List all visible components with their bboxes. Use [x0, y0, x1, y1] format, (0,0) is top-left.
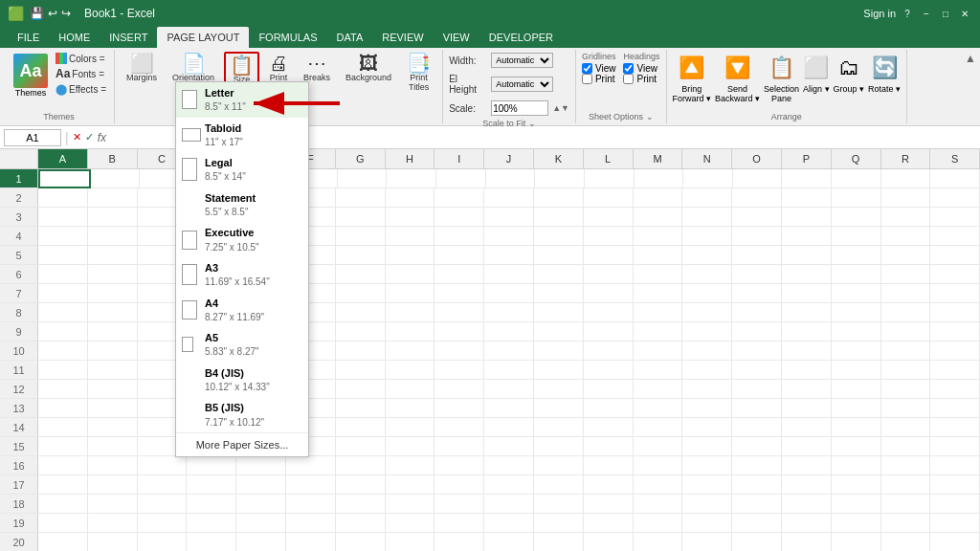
- cell-O10[interactable]: [732, 342, 782, 361]
- cell-D19[interactable]: [187, 514, 236, 533]
- cell-K17[interactable]: [534, 475, 584, 495]
- cell-A2[interactable]: [38, 188, 88, 208]
- cell-J6[interactable]: [484, 265, 534, 284]
- cell-M14[interactable]: [634, 418, 683, 437]
- col-header-G[interactable]: G: [336, 149, 386, 168]
- size-item-a3[interactable]: A3 11.69" x 16.54": [176, 257, 308, 293]
- cell-J9[interactable]: [484, 322, 534, 342]
- cell-O11[interactable]: [732, 361, 782, 380]
- cell-P18[interactable]: [782, 495, 832, 514]
- cell-P9[interactable]: [782, 322, 832, 342]
- cell-C16[interactable]: [138, 456, 188, 475]
- save-icon[interactable]: 💾: [30, 7, 44, 20]
- cell-A6[interactable]: [38, 265, 88, 284]
- cell-R20[interactable]: [881, 533, 931, 551]
- cell-R5[interactable]: [881, 246, 931, 265]
- cell-C17[interactable]: [138, 475, 188, 495]
- cell-L12[interactable]: [584, 380, 634, 399]
- cell-I16[interactable]: [434, 456, 484, 475]
- cell-H1[interactable]: [387, 169, 436, 188]
- undo-icon[interactable]: ↩: [48, 7, 57, 20]
- col-header-R[interactable]: R: [881, 149, 931, 168]
- row-number-7[interactable]: 7: [0, 284, 38, 303]
- cell-H9[interactable]: [386, 322, 435, 342]
- cell-B17[interactable]: [88, 475, 138, 495]
- cell-M7[interactable]: [634, 284, 683, 303]
- row-number-17[interactable]: 17: [0, 475, 38, 495]
- cell-O6[interactable]: [732, 265, 782, 284]
- cell-K8[interactable]: [534, 303, 584, 322]
- cell-L7[interactable]: [584, 284, 634, 303]
- cell-J13[interactable]: [484, 399, 534, 418]
- cell-B14[interactable]: [88, 418, 138, 437]
- cell-N12[interactable]: [682, 380, 732, 399]
- row-number-12[interactable]: 12: [0, 380, 38, 399]
- cell-O7[interactable]: [732, 284, 782, 303]
- cell-L18[interactable]: [584, 495, 634, 514]
- col-header-M[interactable]: M: [634, 149, 683, 168]
- cell-A13[interactable]: [38, 399, 88, 418]
- col-header-A[interactable]: A: [38, 149, 88, 168]
- cell-S20[interactable]: [930, 533, 980, 551]
- row-number-4[interactable]: 4: [0, 227, 38, 246]
- cell-S17[interactable]: [930, 475, 980, 495]
- cell-G5[interactable]: [336, 246, 386, 265]
- cell-H18[interactable]: [386, 495, 435, 514]
- cell-Q7[interactable]: [832, 284, 881, 303]
- cell-R3[interactable]: [881, 208, 931, 227]
- cell-I6[interactable]: [434, 265, 484, 284]
- tab-data[interactable]: DATA: [327, 27, 373, 48]
- col-header-K[interactable]: K: [534, 149, 584, 168]
- cell-Q5[interactable]: [832, 246, 881, 265]
- cell-B19[interactable]: [88, 514, 138, 533]
- cell-D18[interactable]: [187, 495, 236, 514]
- row-number-18[interactable]: 18: [0, 495, 38, 514]
- cell-O14[interactable]: [732, 418, 782, 437]
- cell-J5[interactable]: [484, 246, 534, 265]
- minimize-button[interactable]: −: [919, 6, 934, 21]
- cell-M4[interactable]: [634, 227, 683, 246]
- size-item-a4[interactable]: A4 8.27" x 11.69": [176, 293, 308, 328]
- print-titles-button[interactable]: 📑 Print Titles: [401, 52, 436, 94]
- cell-K10[interactable]: [534, 342, 584, 361]
- cell-H11[interactable]: [386, 361, 435, 380]
- cell-M1[interactable]: [635, 169, 684, 188]
- cell-E17[interactable]: [236, 475, 286, 495]
- cell-S6[interactable]: [930, 265, 980, 284]
- cell-H12[interactable]: [386, 380, 435, 399]
- cell-L20[interactable]: [584, 533, 634, 551]
- cell-O19[interactable]: [732, 514, 782, 533]
- cell-P2[interactable]: [782, 188, 832, 208]
- margins-button[interactable]: ⬜ Margins: [121, 52, 163, 84]
- cell-O16[interactable]: [732, 456, 782, 475]
- cell-J8[interactable]: [484, 303, 534, 322]
- cell-K11[interactable]: [534, 361, 584, 380]
- cell-M12[interactable]: [634, 380, 683, 399]
- cell-M5[interactable]: [634, 246, 683, 265]
- cell-G4[interactable]: [336, 227, 386, 246]
- cell-H4[interactable]: [386, 227, 435, 246]
- cell-O15[interactable]: [732, 437, 782, 456]
- cell-R1[interactable]: [881, 169, 931, 188]
- cell-I13[interactable]: [434, 399, 484, 418]
- cell-F19[interactable]: [286, 514, 336, 533]
- headings-view-checkbox[interactable]: [623, 63, 634, 74]
- cell-O5[interactable]: [732, 246, 782, 265]
- row-number-10[interactable]: 10: [0, 342, 38, 361]
- cell-R4[interactable]: [881, 227, 931, 246]
- cell-N3[interactable]: [682, 208, 732, 227]
- cell-J15[interactable]: [484, 437, 534, 456]
- row-number-20[interactable]: 20: [0, 533, 38, 551]
- rotate-label[interactable]: Rotate ▾: [868, 84, 901, 94]
- cell-A8[interactable]: [38, 303, 88, 322]
- cell-A10[interactable]: [38, 342, 88, 361]
- size-item-b4jis[interactable]: B4 (JIS) 10.12" x 14.33": [176, 363, 308, 398]
- cell-M13[interactable]: [634, 399, 683, 418]
- cell-I12[interactable]: [434, 380, 484, 399]
- cell-L10[interactable]: [584, 342, 634, 361]
- cell-I11[interactable]: [434, 361, 484, 380]
- cell-A20[interactable]: [38, 533, 88, 551]
- send-backward-label[interactable]: SendBackward ▾: [715, 84, 760, 103]
- cell-H13[interactable]: [386, 399, 435, 418]
- cell-B18[interactable]: [88, 495, 138, 514]
